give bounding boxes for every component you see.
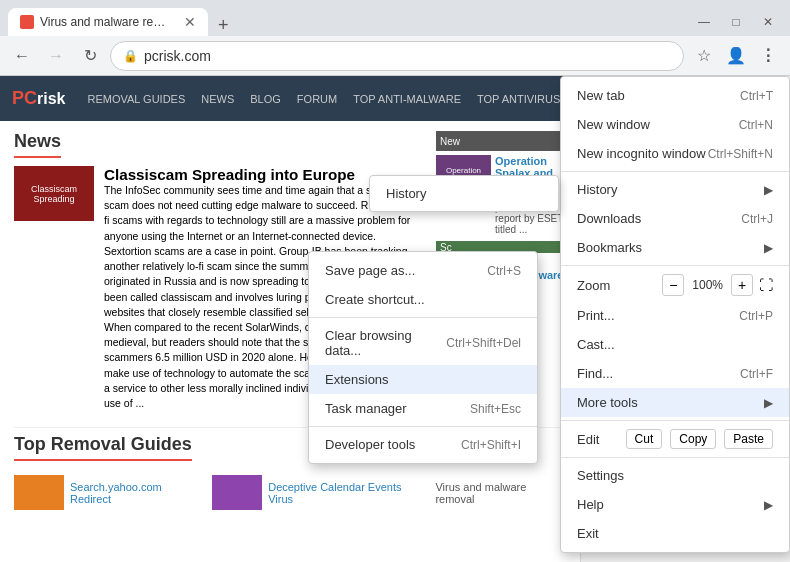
find-shortcut: Ctrl+F	[740, 367, 773, 381]
tab-close-icon[interactable]: ✕	[184, 15, 196, 29]
history-submenu-item[interactable]: History	[370, 180, 558, 207]
history-arrow-icon: ▶	[764, 183, 773, 197]
history-label: History	[577, 182, 764, 197]
save-page-shortcut: Ctrl+S	[487, 264, 521, 278]
page-context-menu: Save page as... Ctrl+S Create shortcut..…	[308, 251, 538, 464]
history-item[interactable]: History ▶ History	[561, 175, 789, 204]
forward-button[interactable]: →	[42, 42, 70, 70]
developer-tools-label: Developer tools	[325, 437, 461, 452]
nav-news[interactable]: NEWS	[193, 89, 242, 109]
browser-window: Virus and malware removal instr... ✕ + —…	[0, 0, 790, 562]
maximize-button[interactable]: □	[722, 8, 750, 36]
news-section-title: News	[14, 131, 61, 158]
find-label: Find...	[577, 366, 740, 381]
zoom-item: Zoom − 100% + ⛶	[561, 269, 789, 301]
downloads-label: Downloads	[577, 211, 741, 226]
print-item[interactable]: Print... Ctrl+P	[561, 301, 789, 330]
exit-label: Exit	[577, 526, 599, 541]
task-manager-shortcut: Shift+Esc	[470, 402, 521, 416]
chrome-menu: New tab Ctrl+T New window Ctrl+N New inc…	[560, 76, 790, 553]
extensions-label: Extensions	[325, 372, 389, 387]
tab-favicon	[20, 15, 34, 29]
new-tab-label: New tab	[577, 88, 740, 103]
page-content: PC risk REMOVAL GUIDES NEWS BLOG FORUM T…	[0, 76, 790, 562]
cast-item[interactable]: Cast...	[561, 330, 789, 359]
lock-icon: 🔒	[123, 49, 138, 63]
bookmarks-arrow-icon: ▶	[764, 241, 773, 255]
task-manager-item[interactable]: Task manager Shift+Esc	[309, 394, 537, 423]
bookmarks-label: Bookmarks	[577, 240, 764, 255]
tab-title: Virus and malware removal instr...	[40, 15, 174, 29]
new-incognito-label: New incognito window	[577, 146, 708, 161]
removal-item-calendar: Deceptive Calendar Events Virus	[212, 475, 425, 510]
create-shortcut-item[interactable]: Create shortcut...	[309, 285, 537, 314]
new-window-label: New window	[577, 117, 739, 132]
nav-removal-guides[interactable]: REMOVAL GUIDES	[79, 89, 193, 109]
removal-title-calendar[interactable]: Deceptive Calendar Events Virus	[268, 481, 425, 505]
cut-button[interactable]: Cut	[626, 429, 663, 449]
back-button[interactable]: ←	[8, 42, 36, 70]
removal-guides-title: Top Removal Guides	[14, 434, 192, 461]
help-item[interactable]: Help ▶	[561, 490, 789, 519]
developer-tools-item[interactable]: Developer tools Ctrl+Shift+I	[309, 430, 537, 459]
clear-browsing-shortcut: Ctrl+Shift+Del	[446, 336, 521, 350]
menu-button[interactable]: ⋮	[754, 42, 782, 70]
downloads-item[interactable]: Downloads Ctrl+J	[561, 204, 789, 233]
new-tab-button[interactable]: +	[214, 15, 233, 36]
help-label: Help	[577, 497, 764, 512]
clear-browsing-item[interactable]: Clear browsing data... Ctrl+Shift+Del	[309, 321, 537, 365]
zoom-value: 100%	[684, 278, 731, 292]
nav-forum[interactable]: FORUM	[289, 89, 345, 109]
new-incognito-item[interactable]: New incognito window Ctrl+Shift+N	[561, 139, 789, 168]
downloads-shortcut: Ctrl+J	[741, 212, 773, 226]
site-header: PC risk REMOVAL GUIDES NEWS BLOG FORUM T…	[0, 76, 580, 121]
help-arrow-icon: ▶	[764, 498, 773, 512]
more-tools-arrow-icon: ▶	[764, 396, 773, 410]
developer-tools-shortcut: Ctrl+Shift+I	[461, 438, 521, 452]
history-submenu: History	[369, 175, 559, 212]
find-item[interactable]: Find... Ctrl+F	[561, 359, 789, 388]
toolbar-actions: ☆ 👤 ⋮	[690, 42, 782, 70]
profile-button[interactable]: 👤	[722, 42, 750, 70]
zoom-label: Zoom	[577, 278, 662, 293]
exit-item[interactable]: Exit	[561, 519, 789, 548]
new-window-shortcut: Ctrl+N	[739, 118, 773, 132]
thumb-text-classiscam: Classiscam Spreading	[14, 182, 94, 206]
bookmarks-item[interactable]: Bookmarks ▶	[561, 233, 789, 262]
copy-button[interactable]: Copy	[670, 429, 716, 449]
address-text: pcrisk.com	[144, 48, 671, 64]
address-bar[interactable]: 🔒 pcrisk.com	[110, 41, 684, 71]
tab-bar: Virus and malware removal instr... ✕ + —…	[0, 0, 790, 36]
print-label: Print...	[577, 308, 739, 323]
removal-title-yahoo[interactable]: Search.yahoo.com Redirect	[70, 481, 202, 505]
save-page-item[interactable]: Save page as... Ctrl+S	[309, 256, 537, 285]
new-incognito-shortcut: Ctrl+Shift+N	[708, 147, 773, 161]
news-thumb-classiscam: Classiscam Spreading	[14, 166, 94, 221]
new-tab-shortcut: Ctrl+T	[740, 89, 773, 103]
reload-button[interactable]: ↻	[76, 42, 104, 70]
active-tab[interactable]: Virus and malware removal instr... ✕	[8, 8, 208, 36]
nav-blog[interactable]: BLOG	[242, 89, 289, 109]
edit-item: Edit Cut Copy Paste	[561, 424, 789, 454]
paste-button[interactable]: Paste	[724, 429, 773, 449]
extensions-item[interactable]: Extensions	[309, 365, 537, 394]
zoom-plus-button[interactable]: +	[731, 274, 753, 296]
bookmark-star-button[interactable]: ☆	[690, 42, 718, 70]
minimize-button[interactable]: —	[690, 8, 718, 36]
settings-label: Settings	[577, 468, 624, 483]
close-button[interactable]: ✕	[754, 8, 782, 36]
nav-anti-malware[interactable]: TOP ANTI-MALWARE	[345, 89, 469, 109]
new-window-item[interactable]: New window Ctrl+N	[561, 110, 789, 139]
zoom-fullscreen-button[interactable]: ⛶	[753, 277, 773, 293]
zoom-minus-button[interactable]: −	[662, 274, 684, 296]
edit-label: Edit	[577, 432, 618, 447]
task-manager-label: Task manager	[325, 401, 470, 416]
more-tools-item[interactable]: More tools ▶	[561, 388, 789, 417]
clear-browsing-label: Clear browsing data...	[325, 328, 446, 358]
new-tab-item[interactable]: New tab Ctrl+T	[561, 81, 789, 110]
save-page-label: Save page as...	[325, 263, 487, 278]
create-shortcut-label: Create shortcut...	[325, 292, 425, 307]
settings-item[interactable]: Settings	[561, 461, 789, 490]
removal-item-yahoo: Search.yahoo.com Redirect	[14, 475, 202, 510]
virus-removal-text: Virus and malware removal	[435, 481, 566, 505]
